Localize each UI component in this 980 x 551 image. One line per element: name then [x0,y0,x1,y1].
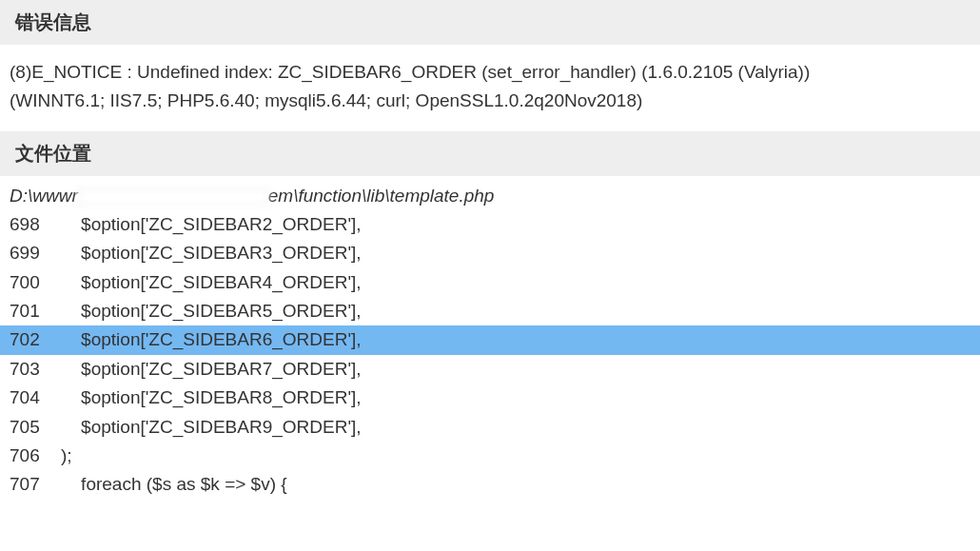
code-line: 703 $option['ZC_SIDEBAR7_ORDER'], [0,355,980,384]
code-line: 707 foreach ($s as $k => $v) { [0,470,980,499]
line-number: 706 [10,442,61,470]
file-path-prefix: D:\wwwr [10,186,78,206]
line-code: $option['ZC_SIDEBAR5_ORDER'], [61,297,970,325]
code-line: 701 $option['ZC_SIDEBAR5_ORDER'], [0,297,980,325]
code-block: 698 $option['ZC_SIDEBAR2_ORDER'],699 $op… [0,210,980,500]
code-line: 698 $option['ZC_SIDEBAR2_ORDER'], [0,210,980,239]
code-line: 699 $option['ZC_SIDEBAR3_ORDER'], [0,239,980,267]
error-message-block: (8)E_NOTICE : Undefined index: ZC_SIDEBA… [0,45,980,131]
line-code: ); [61,442,970,470]
line-number: 698 [10,210,61,239]
line-number: 702 [10,325,61,354]
line-code: $option['ZC_SIDEBAR9_ORDER'], [61,413,970,442]
file-path: D:\wwwrem\function\lib\template.php [0,176,980,210]
line-number: 701 [10,297,61,325]
code-line: 700 $option['ZC_SIDEBAR4_ORDER'], [0,268,980,297]
line-number: 700 [10,268,61,297]
line-code: $option['ZC_SIDEBAR2_ORDER'], [61,210,970,239]
code-line: 704 $option['ZC_SIDEBAR8_ORDER'], [0,384,980,412]
error-message-line1: (8)E_NOTICE : Undefined index: ZC_SIDEBA… [10,58,970,87]
line-number: 703 [10,355,61,384]
line-number: 704 [10,384,61,412]
line-code: $option['ZC_SIDEBAR3_ORDER'], [61,239,970,267]
line-code: $option['ZC_SIDEBAR6_ORDER'], [61,325,970,354]
line-number: 705 [10,413,61,442]
line-code: $option['ZC_SIDEBAR4_ORDER'], [61,268,970,297]
line-number: 699 [10,239,61,267]
line-code: $option['ZC_SIDEBAR7_ORDER'], [61,355,970,384]
code-line: 702 $option['ZC_SIDEBAR6_ORDER'], [0,325,980,354]
redacted-path-segment [78,187,268,207]
line-number: 707 [10,470,61,499]
error-info-header: 错误信息 [0,0,980,45]
file-path-suffix: em\function\lib\template.php [268,186,495,206]
file-location-header: 文件位置 [0,131,980,176]
line-code: foreach ($s as $k => $v) { [61,470,970,499]
line-code: $option['ZC_SIDEBAR8_ORDER'], [61,384,970,412]
error-message-line2: (WINNT6.1; IIS7.5; PHP5.6.40; mysqli5.6.… [10,87,970,115]
code-line: 706); [0,442,980,470]
code-line: 705 $option['ZC_SIDEBAR9_ORDER'], [0,413,980,442]
